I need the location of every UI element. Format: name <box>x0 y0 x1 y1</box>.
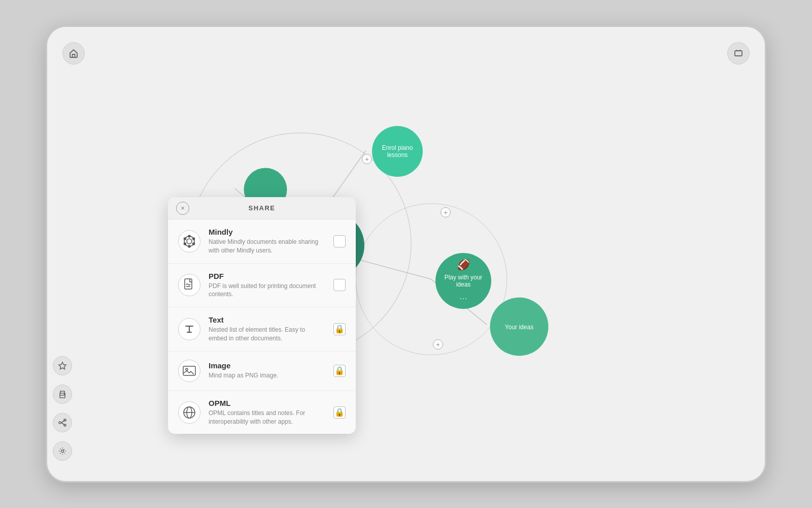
svg-point-19 <box>193 243 195 245</box>
node-enrol[interactable]: Enrol pianolessons <box>372 126 423 177</box>
close-icon: × <box>181 204 185 212</box>
share-item-pdf-text: PDF PDF is well suited for printing docu… <box>209 272 325 299</box>
svg-point-4 <box>59 422 61 424</box>
share-item-opml-text: OPML OPML contains titles and notes. For… <box>209 399 325 426</box>
lock-icon-3: 🔒 <box>334 407 345 417</box>
share-item-text-desc: Nested list of element titles. Easy to e… <box>209 326 325 343</box>
lock-icon-2: 🔒 <box>334 366 345 375</box>
expand-button[interactable] <box>727 42 750 65</box>
device-frame: + + + 😊 Welcome! Enrol pianolessons 🏈 Pl… <box>46 25 766 483</box>
image-icon <box>178 360 200 382</box>
share-item-image-desc: Mind map as PNG image. <box>209 371 325 380</box>
share-item-text-lock[interactable]: 🔒 <box>333 323 346 335</box>
share-list: Mindly Native Mindly documents enable sh… <box>168 219 356 434</box>
svg-point-3 <box>64 394 65 395</box>
share-item-mindly-checkbox[interactable] <box>333 235 346 247</box>
opml-icon <box>178 401 200 424</box>
share-item-pdf-desc: PDF is well suited for printing document… <box>209 282 325 299</box>
svg-point-20 <box>188 245 190 247</box>
share-item-opml-desc: OPML contains titles and notes. For inte… <box>209 409 325 426</box>
share-item-image-text: Image Mind map as PNG image. <box>209 361 325 380</box>
share-item-image-name: Image <box>209 361 325 370</box>
lock-icon: 🔒 <box>334 324 345 334</box>
node-your-ideas[interactable]: Your ideas <box>490 298 549 356</box>
svg-point-21 <box>184 243 186 245</box>
share-item-text-name: Text <box>209 315 325 324</box>
mindly-icon <box>178 230 200 252</box>
svg-point-22 <box>184 238 186 240</box>
share-close-button[interactable]: × <box>176 202 189 215</box>
add-node-btn-right[interactable]: + <box>441 207 451 217</box>
share-item-opml[interactable]: OPML OPML contains titles and notes. For… <box>168 391 356 434</box>
share-item-image[interactable]: Image Mind map as PNG image. 🔒 <box>168 352 356 391</box>
canvas-area: + + + 😊 Welcome! Enrol pianolessons 🏈 Pl… <box>47 27 765 481</box>
share-item-mindly[interactable]: Mindly Native Mindly documents enable sh… <box>168 219 356 264</box>
sidebar-star-icon[interactable] <box>53 356 72 375</box>
sidebar-settings-icon[interactable] <box>53 441 72 461</box>
share-header: × SHARE <box>168 197 356 219</box>
sidebar-print-icon[interactable] <box>53 385 72 404</box>
share-title: SHARE <box>248 204 275 212</box>
share-item-text-text: Text Nested list of element titles. Easy… <box>209 315 325 343</box>
node-play-dots: ··· <box>459 293 467 304</box>
text-icon <box>178 318 200 340</box>
svg-point-17 <box>188 235 190 237</box>
node-play-label: Play with yourideas <box>442 271 486 291</box>
share-item-mindly-desc: Native Mindly documents enable sharing w… <box>209 238 325 255</box>
share-item-image-lock[interactable]: 🔒 <box>333 365 346 377</box>
sidebar <box>47 27 78 481</box>
pdf-icon <box>178 274 200 296</box>
share-item-opml-lock[interactable]: 🔒 <box>333 406 346 419</box>
node-play[interactable]: 🏈 Play with yourideas ··· <box>435 253 491 309</box>
share-item-mindly-text: Mindly Native Mindly documents enable sh… <box>209 228 325 255</box>
svg-point-7 <box>61 450 64 453</box>
svg-point-25 <box>186 368 188 370</box>
add-node-btn-bottom[interactable]: + <box>433 339 443 350</box>
share-panel: × SHARE <box>168 197 356 434</box>
share-item-pdf[interactable]: PDF PDF is well suited for printing docu… <box>168 264 356 308</box>
node-enrol-label: Enrol pianolessons <box>378 140 417 163</box>
svg-marker-1 <box>59 362 66 369</box>
share-item-pdf-checkbox[interactable] <box>333 279 346 291</box>
share-item-mindly-name: Mindly <box>209 228 325 236</box>
svg-point-18 <box>193 238 195 240</box>
svg-rect-2 <box>60 395 65 398</box>
svg-rect-0 <box>735 51 742 56</box>
share-item-text[interactable]: Text Nested list of element titles. Easy… <box>168 307 356 352</box>
share-item-pdf-name: PDF <box>209 272 325 280</box>
node-your-ideas-label: Your ideas <box>500 318 538 335</box>
svg-point-16 <box>187 239 192 244</box>
node-play-emoji: 🏈 <box>457 259 470 271</box>
add-node-btn-top[interactable]: + <box>362 154 372 164</box>
share-item-opml-name: OPML <box>209 399 325 407</box>
sidebar-share-icon[interactable] <box>53 413 72 432</box>
